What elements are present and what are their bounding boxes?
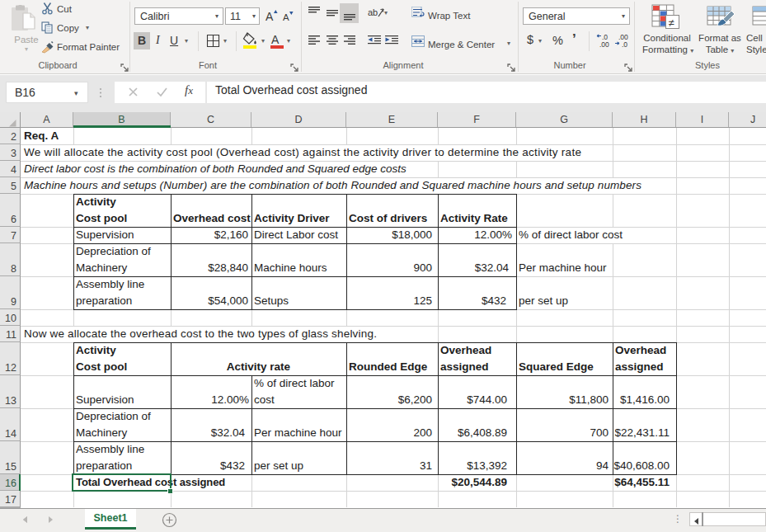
svg-text:ab: ab	[368, 7, 378, 17]
svg-text:A: A	[283, 12, 289, 22]
svg-text:.0: .0	[622, 40, 627, 49]
svg-text:.00: .00	[599, 40, 609, 49]
svg-text:≠: ≠	[669, 16, 674, 29]
svg-text:A: A	[266, 10, 274, 23]
